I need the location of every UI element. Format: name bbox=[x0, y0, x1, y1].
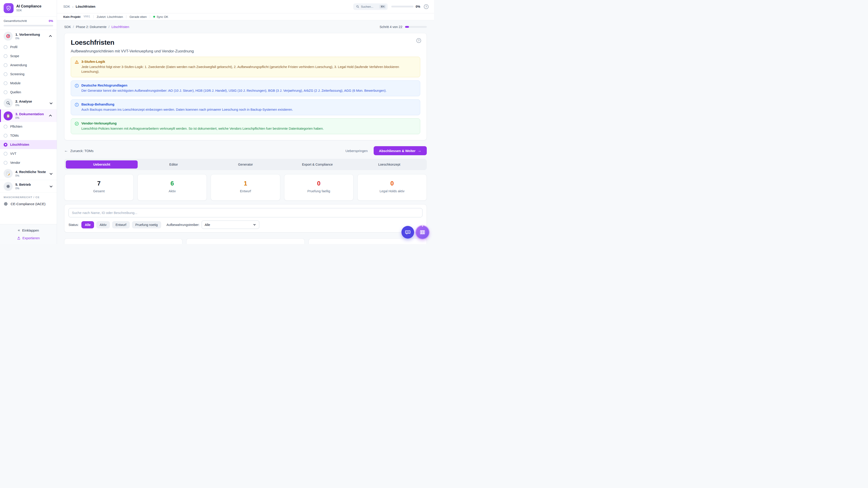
stat-aktiv: 6 Aktiv bbox=[137, 174, 207, 201]
sidebar-nav: 1. Vorbereitung 0% Profil Scope Anwendun… bbox=[0, 30, 57, 224]
arrow-right-icon: → bbox=[418, 149, 421, 153]
chat-fab-button[interactable] bbox=[401, 226, 414, 238]
skip-button[interactable]: Ueberspringen bbox=[345, 149, 368, 153]
tab-editor[interactable]: Editor bbox=[138, 160, 210, 168]
help-icon[interactable]: ? bbox=[424, 4, 429, 9]
step-status-circle-icon bbox=[4, 72, 7, 76]
search-icon bbox=[356, 5, 359, 8]
step-status-circle-icon bbox=[4, 54, 7, 58]
chevron-right-icon: › bbox=[72, 5, 73, 8]
main-area: SDK › Löschfristen Suchen... ⌘K 0% ? bbox=[57, 0, 434, 244]
sidebar-section-vorbereitung[interactable]: 1. Vorbereitung 0% bbox=[0, 30, 57, 42]
status-filter-pruefung-noetig[interactable]: Pruefung noetig bbox=[132, 221, 161, 228]
sidebar-item-anwendung[interactable]: Anwendung bbox=[0, 61, 57, 70]
sidebar-item-toms[interactable]: TOMs bbox=[0, 131, 57, 140]
policy-search-input[interactable] bbox=[68, 208, 423, 217]
notice-vendor-verknuepfung: Vendor-Verknuepfung Loeschfrist-Policies… bbox=[71, 119, 420, 134]
global-search-button[interactable]: Suchen... ⌘K bbox=[353, 3, 388, 10]
page-breadcrumb-phase[interactable]: Phase 2: Dokumente bbox=[76, 25, 106, 29]
overall-progress: Gesamtfortschritt 0% bbox=[0, 17, 57, 30]
sidebar-item-pflichten[interactable]: Pflichten bbox=[0, 122, 57, 131]
top-header: SDK › Löschfristen Suchen... ⌘K 0% ? bbox=[57, 0, 434, 13]
sidebar-item-profil[interactable]: Profil bbox=[0, 42, 57, 52]
sidebar-item-ce-compliance[interactable]: CE-Compliance (IACE) bbox=[0, 200, 57, 209]
machine-section-label: MASCHINENRECHT / CE bbox=[0, 193, 57, 200]
breadcrumb-root[interactable]: SDK bbox=[63, 5, 70, 8]
magnifier-icon bbox=[4, 98, 13, 107]
back-button[interactable]: ← Zurueck: TOMs bbox=[64, 149, 94, 153]
sync-ok-dot-icon bbox=[153, 16, 155, 18]
app-logo-shield-icon bbox=[4, 3, 13, 13]
sidebar-item-loeschfristen[interactable]: Löschfristen bbox=[0, 140, 57, 149]
last-step-label: Zuletzt: Löschfristen bbox=[97, 15, 123, 19]
status-filter-entwurf[interactable]: Entwurf bbox=[112, 221, 129, 228]
complete-and-next-button[interactable]: Abschliessen & Weiter → bbox=[374, 146, 427, 155]
page-bar: SDK / Phase 2: Dokumente / Löschfristen … bbox=[64, 23, 427, 31]
check-circle-icon bbox=[74, 122, 79, 126]
app-title: AI Compliance bbox=[16, 4, 41, 8]
upload-icon bbox=[17, 236, 21, 240]
breadcrumb-current: Löschfristen bbox=[76, 5, 95, 8]
filter-row: Status: Alle Aktiv Entwurf Pruefung noet… bbox=[68, 221, 423, 229]
tab-uebersicht[interactable]: Uebersicht bbox=[66, 160, 138, 168]
columns-icon bbox=[420, 229, 426, 235]
columns-fab-button[interactable] bbox=[416, 226, 429, 239]
header-progress: 0% bbox=[391, 5, 420, 8]
arrow-left-icon: ← bbox=[64, 149, 68, 153]
section-label: 5. Betrieb bbox=[16, 183, 47, 186]
search-placeholder: Suchen... bbox=[361, 5, 378, 8]
tab-bar: Uebersicht Editor Generator Export & Com… bbox=[64, 159, 427, 170]
sidebar-item-vvt[interactable]: VVT bbox=[0, 149, 57, 158]
project-status: Kein Projekt bbox=[63, 15, 81, 19]
sidebar-section-rechtliche-texte[interactable]: 4. Rechtliche Texte 0% bbox=[0, 167, 57, 180]
sidebar-footer: « Einklappen Exportieren bbox=[0, 224, 57, 244]
warning-triangle-icon bbox=[74, 60, 79, 64]
header-progress-track bbox=[391, 6, 413, 7]
section-percent: 0% bbox=[16, 174, 47, 177]
sidebar-item-quellen[interactable]: Quellen bbox=[0, 88, 57, 97]
clipboard-icon bbox=[4, 111, 13, 121]
breadcrumb: SDK › Löschfristen bbox=[63, 5, 95, 8]
export-button[interactable]: Exportieren bbox=[17, 236, 40, 240]
step-help-icon[interactable]: ? bbox=[416, 38, 421, 43]
collapse-sidebar-button[interactable]: « Einklappen bbox=[18, 228, 39, 232]
stats-row: 7 Gesamt 6 Aktiv 1 Entwurf 0 Pruefung fa… bbox=[64, 174, 427, 201]
chevron-down-icon bbox=[50, 185, 53, 188]
step-status-circle-icon bbox=[4, 63, 7, 67]
policy-card-stub bbox=[64, 238, 182, 244]
status-filter-alle[interactable]: Alle bbox=[81, 221, 94, 228]
last-saved-time: Gerade eben bbox=[129, 15, 147, 19]
driver-select[interactable]: Alle bbox=[202, 221, 259, 229]
tab-generator[interactable]: Generator bbox=[210, 160, 281, 168]
notice-backup-behandlung: Backup-Behandlung Auch Backups muessen i… bbox=[71, 99, 420, 115]
step-indicator: Schritt 4 von 22 bbox=[379, 25, 427, 29]
step-status-circle-icon bbox=[4, 45, 7, 49]
sidebar-section-analyse[interactable]: 2. Analyse 0% bbox=[0, 97, 57, 109]
section-label: 3. Dokumentation bbox=[16, 112, 47, 116]
app-root: AI Compliance SDK Gesamtfortschritt 0% 1… bbox=[0, 0, 434, 244]
sync-status: Sync OK bbox=[153, 15, 168, 19]
version-badge: V001 bbox=[84, 15, 90, 18]
sidebar-section-dokumentation[interactable]: 3. Dokumentation 0% bbox=[0, 109, 57, 122]
page-content: SDK / Phase 2: Dokumente / Löschfristen … bbox=[57, 20, 434, 244]
chevron-down-icon bbox=[50, 172, 53, 175]
sidebar-item-screening[interactable]: Screening bbox=[0, 70, 57, 78]
sidebar-section-betrieb[interactable]: 5. Betrieb 0% bbox=[0, 180, 57, 193]
step-status-circle-icon bbox=[4, 152, 7, 156]
filter-card: Status: Alle Aktiv Entwurf Pruefung noet… bbox=[64, 204, 427, 232]
sidebar-item-module[interactable]: Module bbox=[0, 78, 57, 88]
chevron-up-icon bbox=[49, 115, 52, 118]
notice-3-stufen-logik: 3-Stufen-Logik Jede Loeschfrist folgt ei… bbox=[71, 57, 420, 77]
stat-gesamt: 7 Gesamt bbox=[64, 174, 133, 201]
status-filter-aktiv[interactable]: Aktiv bbox=[96, 221, 110, 228]
policy-cards-row bbox=[64, 238, 427, 244]
page-breadcrumb-root[interactable]: SDK bbox=[64, 25, 71, 29]
app-title-block: AI Compliance SDK bbox=[16, 4, 41, 12]
sidebar-item-vendor[interactable]: Vendor bbox=[0, 158, 57, 167]
chevron-up-icon bbox=[49, 35, 52, 38]
tab-export-compliance[interactable]: Export & Compliance bbox=[281, 160, 353, 168]
tab-loeschkonzept[interactable]: Loeschkonzept bbox=[353, 160, 425, 168]
page-title: Loeschfristen bbox=[71, 39, 420, 46]
sidebar-item-scope[interactable]: Scope bbox=[0, 52, 57, 61]
sidebar-header: AI Compliance SDK bbox=[0, 0, 57, 17]
